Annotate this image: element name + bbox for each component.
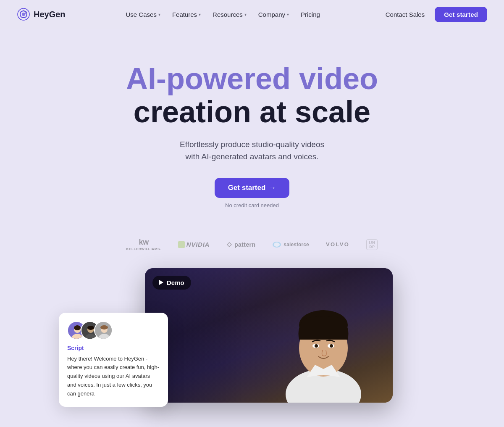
nav-get-started-button[interactable]: Get started	[435, 7, 487, 22]
salesforce-icon	[272, 241, 281, 248]
demo-video-card[interactable]: Demo	[145, 268, 393, 403]
script-label: Script	[67, 345, 160, 351]
script-text: Hey there! Welcome to HeyGen - where you…	[67, 355, 160, 398]
nav-links: Use Cases ▾ Features ▾ Resources ▾ Compa…	[121, 8, 325, 21]
hero-title: AI-powered video creation at scale	[8, 62, 496, 129]
logo-salesforce: salesforce	[272, 241, 309, 248]
heygen-logo-icon	[17, 8, 30, 21]
script-card: Script Hey there! Welcome to HeyGen - wh…	[59, 313, 168, 407]
nav-features[interactable]: Features ▾	[167, 8, 206, 21]
logo-nvidia: NVIDIA	[178, 241, 210, 248]
company-chevron-icon: ▾	[287, 12, 289, 17]
demo-badge[interactable]: Demo	[152, 276, 191, 290]
svg-point-12	[87, 326, 94, 330]
resources-chevron-icon: ▾	[244, 12, 247, 17]
hero-subtitle: Effortlessly produce studio-quality vide…	[8, 139, 496, 163]
hero-cta-wrapper: Get started → No credit card needed	[8, 178, 496, 208]
svg-point-16	[100, 325, 108, 329]
logo-volvo: VOLVO	[326, 241, 349, 248]
logos-section: kw KELLERWILLIAMS. NVIDIA pattern salesf…	[0, 229, 504, 268]
script-avatars	[67, 321, 160, 340]
svg-point-8	[74, 325, 81, 330]
nav-use-cases[interactable]: Use Cases ▾	[121, 8, 165, 21]
nav-right: Contact Sales Get started	[381, 7, 487, 22]
avatar-3	[94, 321, 113, 340]
hero-title-line1: AI-powered video	[8, 62, 496, 95]
play-icon	[159, 280, 163, 285]
no-credit-text: No credit card needed	[225, 202, 279, 208]
contact-sales-link[interactable]: Contact Sales	[381, 8, 430, 21]
use-cases-chevron-icon: ▾	[158, 12, 160, 17]
nav-company[interactable]: Company ▾	[253, 8, 294, 21]
svg-point-1	[22, 13, 25, 16]
nvidia-icon	[178, 241, 185, 248]
pattern-icon	[226, 242, 232, 248]
brand-logo[interactable]: HeyGen	[17, 8, 66, 21]
logo-un: UN DP	[366, 239, 378, 250]
hero-title-line2: creation at scale	[8, 95, 496, 129]
svg-rect-2	[178, 241, 185, 248]
nav-pricing[interactable]: Pricing	[296, 8, 325, 21]
nav-resources[interactable]: Resources ▾	[207, 8, 252, 21]
svg-point-4	[274, 242, 280, 247]
navbar: HeyGen Use Cases ▾ Features ▾ Resources …	[0, 0, 504, 29]
avatar-3-image	[95, 322, 113, 340]
hero-get-started-button[interactable]: Get started →	[215, 178, 290, 198]
logo-keller-williams: kw KELLERWILLIAMS.	[126, 238, 161, 251]
logo-pattern: pattern	[226, 241, 255, 248]
demo-section: Script Hey there! Welcome to HeyGen - wh…	[0, 268, 504, 419]
features-chevron-icon: ▾	[199, 12, 201, 17]
hero-section: AI-powered video creation at scale Effor…	[0, 29, 504, 229]
